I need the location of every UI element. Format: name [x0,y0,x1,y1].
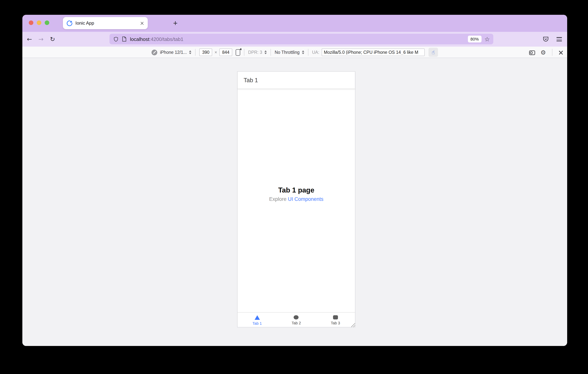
shield-icon[interactable] [113,36,119,42]
separator [195,49,196,56]
user-agent-input[interactable] [322,49,425,56]
page-subtitle: Explore UI Components [238,196,355,202]
app-center-block: Tab 1 page Explore UI Components [238,186,355,202]
square-icon [333,315,338,320]
app-header-title: Tab 1 [244,72,258,89]
nav-buttons: ← → ↻ [27,32,55,47]
ionic-favicon-icon [67,20,72,26]
touch-icon: ☝ [431,49,435,55]
viewport-height-input[interactable] [219,49,232,56]
screenshot-camera-icon[interactable] [529,49,535,55]
address-bar[interactable]: localhost:4200/tabs/tab1 80% ☆ [109,34,493,44]
url-host: localhost [130,36,149,42]
separator [552,49,552,56]
circle-icon [294,315,299,320]
tab-button-tab2[interactable]: Tab 2 [277,313,316,327]
separator [308,49,308,56]
tab-label: Tab 2 [292,321,301,325]
settings-gear-icon[interactable]: ⚙ [540,49,546,56]
browser-tab-ionic-app[interactable]: Ionic App [63,17,148,29]
pocket-icon[interactable] [543,36,549,43]
dpr-selector-arrows-icon[interactable] [264,50,267,54]
traffic-lights [29,21,49,25]
ua-label: UA: [312,50,319,54]
close-window-button[interactable] [29,21,33,25]
screen: Ionic App + ← → ↻ localhost:4200/tabs/ta… [0,0,588,374]
triangle-icon [254,315,260,320]
menu-icon[interactable] [556,37,562,42]
throttling-selector[interactable]: No Throttling [275,50,299,54]
bookmark-star-icon[interactable]: ☆ [484,35,490,43]
dpr-selector[interactable]: DPR: 3 [248,50,262,54]
tab-button-tab1[interactable]: Tab 1 [238,313,277,327]
tab-label: Tab 1 [252,321,262,325]
content-area: Tab 1 Tab 1 page Explore UI Components T… [22,58,567,346]
touch-simulation-button[interactable]: ☝ [429,48,438,57]
app-tab-bar: Tab 1 Tab 2 Tab 3 [238,312,355,327]
page-info-icon[interactable] [122,36,126,42]
url-path: :4200/tabs/tab1 [149,36,183,42]
throttling-selector-arrows-icon[interactable] [302,50,304,54]
ui-components-link[interactable]: UI Components [288,196,324,202]
browser-window: Ionic App + ← → ↻ localhost:4200/tabs/ta… [22,15,567,346]
separator [271,49,271,56]
zoom-level-badge[interactable]: 80% [468,36,481,43]
close-rdm-icon[interactable] [558,50,563,55]
new-tab-button[interactable]: + [173,19,178,27]
rdm-controls: iPhone 12/1... × DPR: 3 No Throttling UA… [22,47,567,58]
rotate-viewport-icon[interactable] [236,49,240,55]
rdm-right-buttons: ⚙ [529,47,563,58]
page-title: Tab 1 page [238,186,355,194]
device-viewport: Tab 1 Tab 1 page Explore UI Components T… [237,71,355,327]
device-favicon-icon [152,49,157,55]
minimize-window-button[interactable] [37,21,41,25]
device-selector-arrows-icon[interactable] [189,50,191,54]
close-tab-icon[interactable] [140,21,144,25]
separator [244,49,244,56]
forward-icon: → [38,36,43,43]
app-header: Tab 1 [238,72,355,89]
tab-label: Tab 3 [331,321,340,325]
url-toolbar: ← → ↻ localhost:4200/tabs/tab1 80% ☆ [22,32,567,47]
device-selector[interactable]: iPhone 12/1... [160,50,187,54]
subtitle-text: Explore [269,196,288,202]
viewport-width-input[interactable] [199,49,212,56]
toolbar-right-icons [543,32,562,47]
dimension-separator: × [214,50,217,54]
url-text[interactable]: localhost:4200/tabs/tab1 [130,36,468,42]
tab-title: Ionic App [75,21,140,26]
tab-strip: Ionic App + [22,15,567,32]
back-icon[interactable]: ← [27,36,32,43]
reload-icon[interactable]: ↻ [50,36,55,43]
zoom-window-button[interactable] [45,21,49,25]
responsive-design-toolbar: iPhone 12/1... × DPR: 3 No Throttling UA… [22,47,567,58]
tab-button-tab3[interactable]: Tab 3 [316,313,355,327]
